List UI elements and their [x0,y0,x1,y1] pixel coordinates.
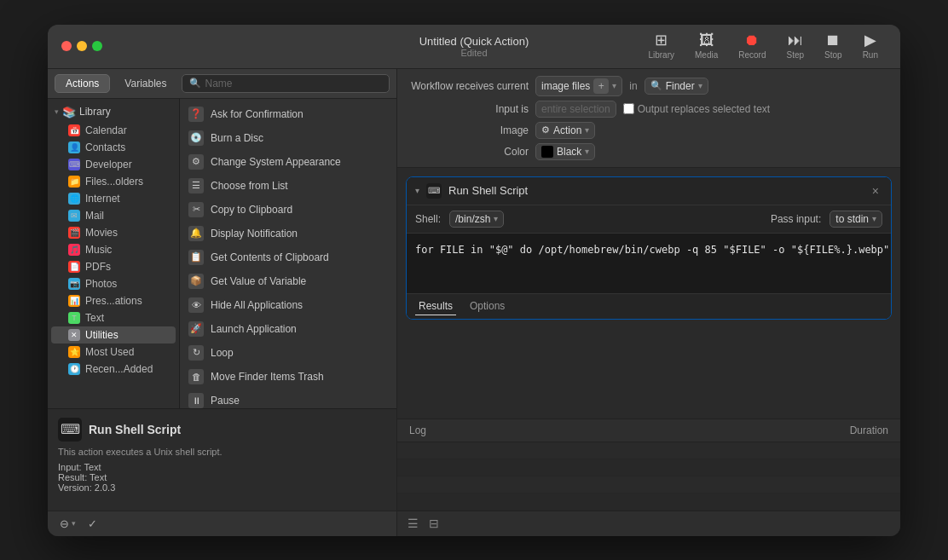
minimize-button[interactable] [77,41,87,51]
sidebar-item-presentations[interactable]: 📊 Pres...ations [51,292,176,309]
change-appearance-icon: ⚙ [188,154,204,170]
text-icon: T [68,312,80,324]
list-item[interactable]: ⚙ Change System Appearance [180,150,396,174]
list-item[interactable]: ↻ Loop [180,341,396,365]
color-select[interactable]: Black ▾ [535,143,595,160]
sidebar-item-calendar[interactable]: 📅 Calendar [51,122,176,139]
display-notif-icon: 🔔 [188,226,204,241]
get-variable-icon: 📦 [188,274,204,289]
sidebar-library-header[interactable]: ▾ 📚 Library [48,102,179,122]
record-icon: ⏺ [744,32,760,48]
image-select[interactable]: ⚙ Action ▾ [535,122,595,139]
sidebar-item-most-used[interactable]: ⭐ Most Used [51,344,176,361]
input-value: Text [84,462,101,472]
tabs-bar: Actions Variables 🔍 Name [48,69,396,99]
output-replaces-checkbox-row[interactable]: Output replaces selected text [623,103,770,115]
right-panel: Workflow receives current image files + … [397,69,900,536]
collapse-icon[interactable]: ▾ [415,186,419,195]
list-item[interactable]: ❓ Ask for Confirmation [180,102,396,126]
log-row [397,459,900,476]
list-item[interactable]: 💿 Burn a Disc [180,126,396,150]
sidebar-utilities-label: Utilities [85,329,118,341]
wf-row-color: Color Black ▾ [409,143,888,160]
sidebar-item-developer[interactable]: ⌨ Developer [51,156,176,173]
sidebar-mail-label: Mail [85,210,104,222]
pause-icon: ⏸ [188,393,204,408]
choose-list-icon: ☰ [188,178,204,193]
output-replaces-label: Output replaces selected text [638,103,770,115]
input-type-select[interactable]: image files + ▾ [535,76,622,96]
sidebar-item-internet[interactable]: 🌐 Internet [51,190,176,207]
tab-actions[interactable]: Actions [55,74,110,93]
sidebar-most-used-label: Most Used [85,346,134,358]
list-item[interactable]: 📦 Get Value of Variable [180,269,396,293]
sidebar-item-contacts[interactable]: 👤 Contacts [51,139,176,156]
sidebar: ▾ 📚 Library 📅 Calendar 👤 Contacts ⌨ [48,99,180,408]
developer-icon: ⌨ [68,159,80,170]
list-item[interactable]: 🗑 Move Finder Items Trash [180,365,396,389]
list-item[interactable]: ☰ Choose from List [180,174,396,198]
sidebar-item-files[interactable]: 📁 Files...olders [51,173,176,190]
record-button[interactable]: ⏺ Record [730,29,774,63]
list-item[interactable]: 🚀 Launch Application [180,317,396,341]
stop-label: Stop [824,50,842,60]
list-item[interactable]: ✂ Copy to Clipboard [180,198,396,222]
list-item[interactable]: 📋 Get Contents of Clipboard [180,245,396,269]
results-tab[interactable]: Results [415,297,456,315]
pass-input-select[interactable]: to stdin ▾ [830,211,882,228]
input-is-select[interactable]: entire selection [535,101,616,118]
panel-view-button[interactable]: ⊟ [427,515,441,532]
library-button[interactable]: ⊞ Library [639,29,683,63]
wf-row-receives: Workflow receives current image files + … [409,76,888,96]
media-button[interactable]: 🖼 Media [686,29,726,63]
check-button[interactable]: ✓ [84,516,101,532]
sidebar-item-text[interactable]: T Text [51,309,176,326]
chevron-down-icon: ▾ [612,81,616,90]
workflow-config: Workflow receives current image files + … [397,69,900,168]
photos-icon: 📷 [68,278,80,290]
most-used-icon: ⭐ [68,346,80,358]
log-header: Log Duration [397,419,900,442]
step-icon: ⏭ [788,32,803,48]
list-item[interactable]: 🔔 Display Notification [180,222,396,245]
utilities-icon: ✕ [68,329,80,341]
input-type-plus-icon[interactable]: + [593,78,609,94]
script-card-title: Run Shell Script [448,184,862,197]
search-box[interactable]: 🔍 Name [182,74,390,93]
sidebar-presentations-label: Pres...ations [85,295,142,307]
shell-select[interactable]: /bin/zsh ▾ [449,211,504,228]
step-button[interactable]: ⏭ Step [777,29,812,63]
finder-select[interactable]: 🔍 Finder ▾ [645,78,708,95]
sidebar-item-utilities[interactable]: ✕ Utilities [51,326,176,344]
script-close-button[interactable]: × [869,184,882,198]
sidebar-item-mail[interactable]: ✉ Mail [51,207,176,224]
run-label: Run [863,50,878,60]
sidebar-item-pdfs[interactable]: 📄 PDFs [51,258,176,275]
info-header: ⌨ Run Shell Script [58,418,386,442]
result-value: Text [90,472,107,482]
output-replaces-checkbox[interactable] [623,103,634,114]
list-item[interactable]: 👁 Hide All Applications [180,293,396,317]
stop-button[interactable]: ⏹ Stop [816,29,851,63]
sidebar-item-music[interactable]: 🎵 Music [51,241,176,258]
run-button[interactable]: ▶ Run [854,29,887,63]
color-swatch [541,146,553,158]
list-item[interactable]: ⏸ Pause [180,389,396,408]
script-card: ▾ ⌨ Run Shell Script × Shell: /bin/zsh ▾… [406,176,892,320]
input-is-label: Input is [409,103,529,115]
input-label: Input: [58,462,82,472]
maximize-button[interactable] [92,41,102,51]
minus-button[interactable]: ⊖ ▾ [56,516,79,532]
action-list: ❓ Ask for Confirmation 💿 Burn a Disc ⚙ C… [180,99,396,408]
sidebar-item-movies[interactable]: 🎬 Movies [51,224,176,241]
tab-variables[interactable]: Variables [113,74,177,93]
color-value: Black [557,146,581,158]
list-view-button[interactable]: ☰ [406,515,420,532]
version-label: Version: [58,482,92,493]
sidebar-item-photos[interactable]: 📷 Photos [51,275,176,292]
media-icon: 🖼 [699,32,714,48]
options-tab[interactable]: Options [466,297,508,315]
close-button[interactable] [61,41,72,51]
script-code-editor[interactable]: for FILE in "$@" do /opt/homebrew/bin/cw… [407,234,891,293]
sidebar-item-recently-added[interactable]: 🕐 Recen...Added [51,361,176,378]
